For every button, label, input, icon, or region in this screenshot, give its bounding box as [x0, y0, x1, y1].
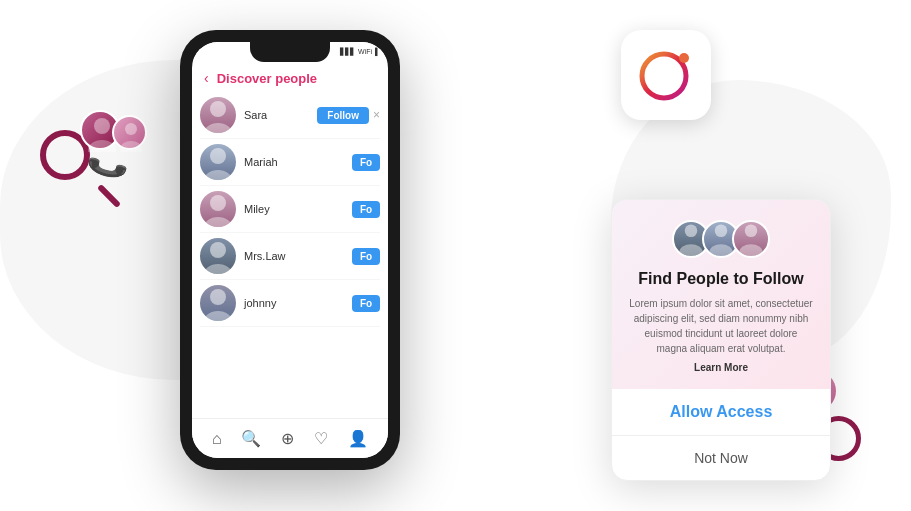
follow-button[interactable]: Follow: [317, 107, 369, 124]
avatar: [200, 285, 236, 321]
dismiss-icon[interactable]: ×: [373, 108, 380, 122]
svg-point-6: [210, 101, 226, 117]
svg-point-11: [204, 217, 232, 227]
svg-point-0: [94, 118, 110, 134]
follow-button[interactable]: Fo: [352, 201, 380, 218]
svg-point-9: [204, 170, 232, 180]
follow-button[interactable]: Fo: [352, 295, 380, 312]
svg-point-22: [745, 224, 758, 237]
popup-avatar-3: [732, 220, 770, 258]
list-item: Sara Follow ×: [200, 92, 380, 139]
activity-nav-icon[interactable]: ♡: [314, 429, 328, 448]
left-decoration: 📞: [40, 100, 160, 220]
learn-more-link[interactable]: Learn More: [694, 362, 748, 373]
svg-point-20: [715, 224, 728, 237]
popup-card: Find People to Follow Lorem ipsum dolor …: [611, 199, 831, 481]
svg-point-12: [210, 242, 226, 258]
back-arrow-icon[interactable]: ‹: [204, 70, 209, 86]
svg-point-19: [679, 244, 702, 256]
avatar: [200, 191, 236, 227]
home-nav-icon[interactable]: ⌂: [212, 430, 222, 448]
avatar: [200, 97, 236, 133]
person-icon-2: [112, 115, 147, 150]
svg-point-3: [120, 141, 142, 152]
svg-point-8: [210, 148, 226, 164]
wifi-icon: WiFi: [358, 48, 372, 56]
add-nav-icon[interactable]: ⊕: [281, 429, 294, 448]
avatar: [200, 144, 236, 180]
popup-title: Find People to Follow: [638, 270, 803, 288]
svg-point-14: [210, 289, 226, 305]
person-name: Mariah: [244, 156, 352, 168]
svg-point-21: [709, 244, 732, 256]
signal-icon: ▋▋▋: [340, 48, 355, 56]
person-list: Sara Follow × Mariah Fo: [192, 92, 388, 327]
person-name: johnny: [244, 297, 352, 309]
svg-point-15: [204, 311, 232, 321]
person-name: Sara: [244, 109, 317, 121]
follow-button[interactable]: Fo: [352, 248, 380, 265]
search-nav-icon[interactable]: 🔍: [241, 429, 261, 448]
bottom-nav: ⌂ 🔍 ⊕ ♡ 👤: [192, 418, 388, 458]
popup-top-section: Find People to Follow Lorem ipsum dolor …: [612, 200, 830, 389]
svg-point-7: [204, 123, 232, 133]
popup-description: Lorem ipsum dolor sit amet, consectetuer…: [628, 296, 814, 356]
instagram-logo: [621, 30, 711, 120]
svg-point-13: [204, 264, 232, 274]
list-item: johnny Fo: [200, 280, 380, 327]
phone-notch: [250, 42, 330, 62]
follow-button[interactable]: Fo: [352, 154, 380, 171]
not-now-button[interactable]: Not Now: [612, 436, 830, 480]
svg-point-18: [685, 224, 698, 237]
phone-mockup: 8:30 ▋▋▋ WiFi ▌ ‹ Discover people: [180, 30, 400, 470]
popup-avatars: [676, 220, 766, 258]
person-name: Miley: [244, 203, 352, 215]
profile-nav-icon[interactable]: 👤: [348, 429, 368, 448]
svg-point-23: [739, 244, 762, 256]
list-item: Mariah Fo: [200, 139, 380, 186]
instagram-ring-icon: [634, 43, 699, 108]
list-item: Mrs.Law Fo: [200, 233, 380, 280]
avatar: [200, 238, 236, 274]
status-icons: ▋▋▋ WiFi ▌: [340, 48, 380, 56]
discover-people-title: Discover people: [217, 71, 317, 86]
svg-point-10: [210, 195, 226, 211]
phone-header: ‹ Discover people: [192, 62, 388, 92]
svg-point-17: [679, 53, 689, 63]
list-item: Miley Fo: [200, 186, 380, 233]
allow-access-button[interactable]: Allow Access: [612, 389, 830, 436]
battery-icon: ▌: [375, 48, 380, 56]
svg-point-2: [125, 123, 137, 135]
person-name: Mrs.Law: [244, 250, 352, 262]
svg-point-16: [642, 54, 686, 98]
phone-screen: 8:30 ▋▋▋ WiFi ▌ ‹ Discover people: [192, 42, 388, 458]
